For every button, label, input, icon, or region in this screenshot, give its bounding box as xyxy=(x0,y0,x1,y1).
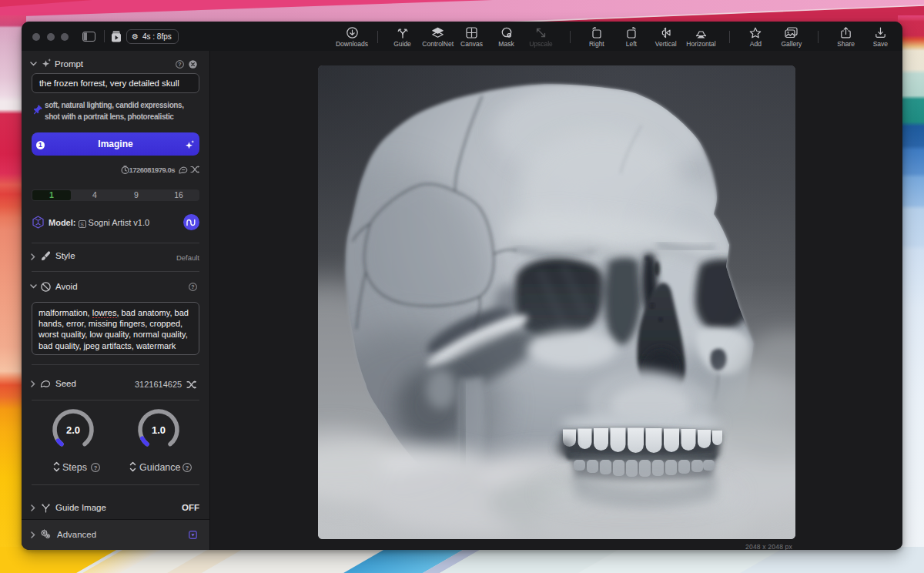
svg-text:?: ? xyxy=(191,284,194,290)
svg-text:?: ? xyxy=(178,62,181,67)
svg-text:?: ? xyxy=(186,464,189,471)
svg-text:?: ? xyxy=(94,464,98,471)
svg-text:1.0: 1.0 xyxy=(152,424,166,436)
svg-text:2.0: 2.0 xyxy=(65,424,79,436)
